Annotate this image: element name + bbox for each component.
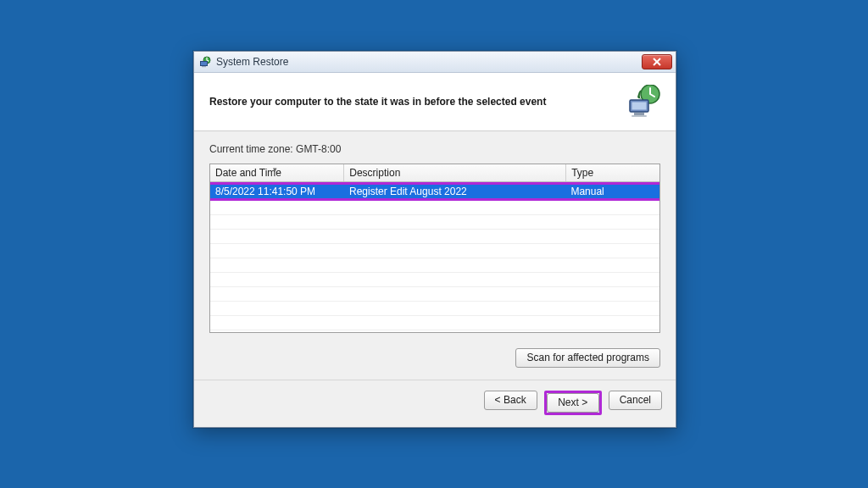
table-row bbox=[210, 316, 659, 330]
svg-rect-2 bbox=[202, 66, 206, 67]
table-row bbox=[210, 244, 659, 258]
scan-row: Scan for affected programs bbox=[194, 336, 676, 376]
table-row bbox=[210, 215, 659, 230]
titlebar[interactable]: System Restore bbox=[194, 52, 676, 73]
highlight-annotation: Next > bbox=[544, 391, 602, 415]
back-button[interactable]: < Back bbox=[484, 391, 537, 410]
cell-description: Register Edit August 2022 bbox=[344, 185, 565, 198]
svg-rect-8 bbox=[632, 103, 647, 110]
svg-rect-1 bbox=[201, 62, 208, 66]
cancel-button[interactable]: Cancel bbox=[609, 391, 662, 410]
table-row bbox=[210, 287, 659, 302]
dialog-body: Current time zone: GMT-8:00 Date and Tim… bbox=[194, 131, 676, 336]
column-type[interactable]: Type bbox=[566, 164, 659, 181]
column-date-time[interactable]: Date and Time ▾ bbox=[210, 164, 344, 181]
header-banner: Restore your computer to the state it wa… bbox=[194, 73, 676, 131]
scan-affected-programs-button[interactable]: Scan for affected programs bbox=[515, 348, 660, 368]
close-button[interactable] bbox=[642, 54, 672, 69]
svg-rect-10 bbox=[632, 115, 647, 117]
table-row bbox=[210, 201, 659, 215]
table-row[interactable]: 8/5/2022 11:41:50 PM Register Edit Augus… bbox=[210, 185, 659, 198]
svg-rect-9 bbox=[634, 113, 644, 115]
cell-type: Manual bbox=[565, 185, 659, 198]
table-row bbox=[210, 302, 659, 316]
restore-points-table[interactable]: Date and Time ▾ Description Type 8/5/202… bbox=[209, 164, 660, 333]
column-description[interactable]: Description bbox=[344, 164, 566, 181]
footer-buttons: < Back Next > Cancel bbox=[194, 380, 676, 427]
page-title: Restore your computer to the state it wa… bbox=[209, 96, 626, 108]
cell-datetime: 8/5/2022 11:41:50 PM bbox=[210, 185, 344, 198]
close-icon bbox=[652, 58, 662, 66]
timezone-label: Current time zone: GMT-8:00 bbox=[209, 143, 660, 155]
table-row bbox=[210, 230, 659, 244]
system-restore-dialog: System Restore Restore your computer to … bbox=[193, 51, 676, 428]
table-header[interactable]: Date and Time ▾ Description Type bbox=[210, 164, 659, 182]
window-title: System Restore bbox=[216, 56, 642, 68]
table-row bbox=[210, 273, 659, 287]
sort-indicator-icon: ▾ bbox=[273, 165, 277, 174]
restore-point-icon bbox=[626, 85, 662, 119]
next-button[interactable]: Next > bbox=[547, 393, 599, 413]
system-restore-icon bbox=[199, 56, 211, 68]
column-label: Date and Time bbox=[215, 167, 281, 179]
table-row bbox=[210, 258, 659, 273]
